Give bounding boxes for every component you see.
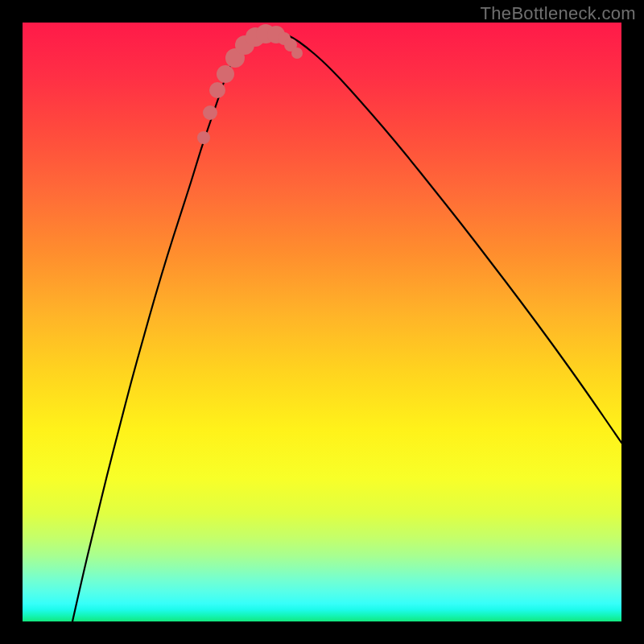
highlight-dots: [197, 24, 303, 144]
chart-area: [23, 23, 621, 621]
bottleneck-plot: [23, 23, 621, 621]
marker-dot: [217, 65, 234, 83]
marker-dot: [203, 105, 217, 120]
bottleneck-curve: [72, 31, 621, 621]
marker-dot: [197, 131, 210, 144]
marker-dot: [209, 82, 225, 98]
watermark-text: TheBottleneck.com: [481, 3, 636, 24]
marker-dot: [291, 47, 303, 59]
